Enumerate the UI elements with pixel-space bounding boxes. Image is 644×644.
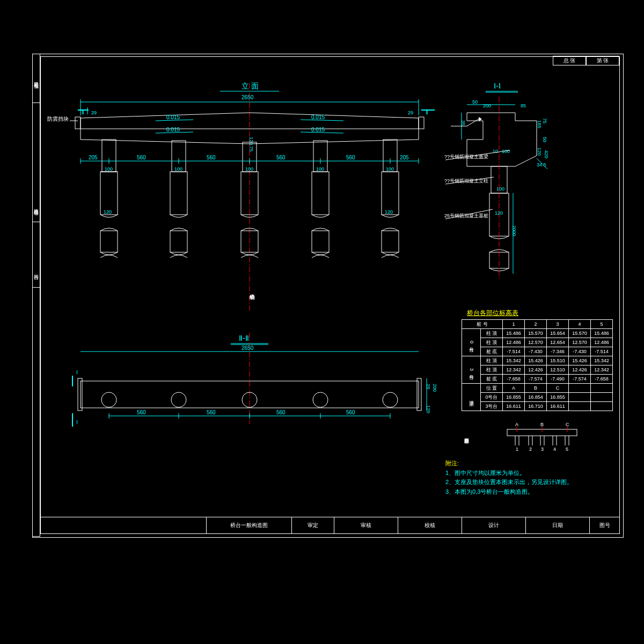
sec-dim-50: 50 <box>472 99 478 105</box>
r8: 0号台 <box>481 393 503 402</box>
elevation-view: 立 面 桥中心线 2650 防震挡块 0.015 0.015 0.015 0.0… <box>47 82 435 311</box>
plan-view: Ⅱ-Ⅱ 2650 Ⅰ Ⅰ 29 200 120 560 560 560 560 <box>72 333 437 427</box>
svg-rect-28 <box>382 231 399 252</box>
beam-height-dim: 120.75 <box>248 137 254 152</box>
th2: 2 <box>525 320 547 329</box>
sec-dim-120: 120 <box>537 148 542 156</box>
r5: 柱 顶 <box>481 365 503 375</box>
cell: 16.854 <box>525 393 547 402</box>
col-dim-100: 100 <box>174 166 182 172</box>
r4: 柱 顶 <box>481 356 503 365</box>
r6: 桩 底 <box>481 375 503 384</box>
cell: 16.611 <box>503 402 525 411</box>
cell: 15.654 <box>547 329 569 338</box>
cell: -7.430 <box>525 347 547 356</box>
plan-dim-width: 2650 <box>241 345 254 351</box>
svg-text:A: A <box>515 422 518 427</box>
grp-top: 梁顶 <box>462 384 481 411</box>
sec-dim-10: 10 <box>493 149 498 154</box>
cell: -7.430 <box>569 347 591 356</box>
r7: 位 置 <box>481 384 503 393</box>
svg-rect-19 <box>170 231 187 252</box>
cell: -7.490 <box>547 375 569 384</box>
col-dim-100: 100 <box>245 166 253 172</box>
cell: -7.658 <box>591 375 613 384</box>
plan-span-3: 560 <box>276 409 286 415</box>
cell: 12.654 <box>547 338 569 347</box>
svg-point-62 <box>383 392 398 407</box>
cell: -7.514 <box>503 347 525 356</box>
plan-dim-200: 200 <box>432 384 437 392</box>
sec-dim-100b: 100 <box>496 186 504 192</box>
pile-dim-120: 120 <box>104 209 112 215</box>
cell: 12.342 <box>503 365 525 375</box>
th4: 4 <box>569 320 591 329</box>
col-dim-100: 100 <box>105 166 113 172</box>
elevation-title: 立 面 <box>241 82 259 90</box>
th1: 1 <box>503 320 525 329</box>
sec-dim-2000: 2000 <box>511 225 517 236</box>
th-pile: 桩 号 <box>462 320 503 329</box>
col-dim-100: 100 <box>386 166 394 172</box>
cell: -7.574 <box>525 375 547 384</box>
sketch-n5: 5 <box>566 447 568 452</box>
svg-rect-57 <box>417 378 421 411</box>
cell: 12.570 <box>525 338 547 347</box>
svg-point-59 <box>171 392 186 407</box>
cell: 16.710 <box>525 402 547 411</box>
grp3: 3号台 <box>462 356 481 384</box>
section-i-marker-bot: Ⅰ <box>76 419 78 425</box>
section-i-title: Ⅰ-Ⅰ <box>494 82 501 90</box>
r2: 柱 顶 <box>481 338 503 347</box>
th3: 3 <box>547 320 569 329</box>
note-1: 1、图中尺寸均以厘米为单位。 <box>445 470 525 476</box>
cell: 16.855 <box>547 393 569 402</box>
abutment-sketch: A B C 1 2 3 4 5 <box>507 422 577 452</box>
dim-total-width: 2650 <box>241 94 254 100</box>
r1: 柱 顶 <box>481 329 503 338</box>
svg-point-61 <box>313 392 328 407</box>
cell: 15.510 <box>547 356 569 365</box>
sec-dim-420: 420 <box>544 150 549 158</box>
slope-left-top: 0.015 <box>166 114 180 120</box>
note-3: 3、本图为0,3号桥台一般构造图。 <box>445 488 533 495</box>
cell: 15.486 <box>591 329 613 338</box>
sec-dim-75: 75 <box>542 118 547 123</box>
cell: 12.570 <box>569 338 591 347</box>
cell: 12.342 <box>591 365 613 375</box>
plan-span-4: 560 <box>346 409 355 415</box>
svg-rect-25 <box>312 231 329 252</box>
notes-block: 附注: 1、图中尺寸均以厘米为单位。 2、支座及垫块位置本图未示出，另见设计详图… <box>445 459 573 496</box>
plan-span-1: 560 <box>137 409 146 415</box>
cell: 16.611 <box>547 402 569 411</box>
section-i-marker-top: Ⅰ <box>76 369 78 375</box>
centerline-label: 桥中心线 <box>250 294 255 300</box>
plan-span-2: 560 <box>207 409 216 415</box>
elevation-table-title: 桥台各部位标高表 <box>467 309 518 318</box>
section-ii-title: Ⅱ-Ⅱ <box>239 334 249 342</box>
cA: A <box>503 384 525 393</box>
slope-right-top: 0.015 <box>311 114 325 120</box>
cell: -7.514 <box>591 347 613 356</box>
svg-rect-18 <box>170 172 187 215</box>
col-dim-100: 100 <box>316 166 324 172</box>
pile-dim-120: 120 <box>385 209 393 215</box>
cell: -7.346 <box>547 347 569 356</box>
svg-rect-24 <box>312 172 329 215</box>
sec-dim-50b: 50 <box>542 137 547 142</box>
cell: 12.426 <box>525 365 547 375</box>
dim-edge-r: 205 <box>400 155 409 160</box>
cell: 12.510 <box>547 365 569 375</box>
cell: 15.486 <box>503 329 525 338</box>
plan-dim-120: 120 <box>426 405 431 413</box>
sketch-label: 桥台示意图 <box>465 438 470 444</box>
svg-text:C: C <box>566 422 569 427</box>
dim-edge-l: 205 <box>89 155 98 160</box>
sec-dim-165: 165 <box>537 120 542 128</box>
cell: 15.342 <box>591 356 613 365</box>
edge-dim-left: 29 <box>91 110 97 115</box>
cell: 15.570 <box>525 329 547 338</box>
cell: 15.342 <box>503 356 525 365</box>
sketch-n1: 1 <box>516 447 518 452</box>
cB: B <box>525 384 547 393</box>
